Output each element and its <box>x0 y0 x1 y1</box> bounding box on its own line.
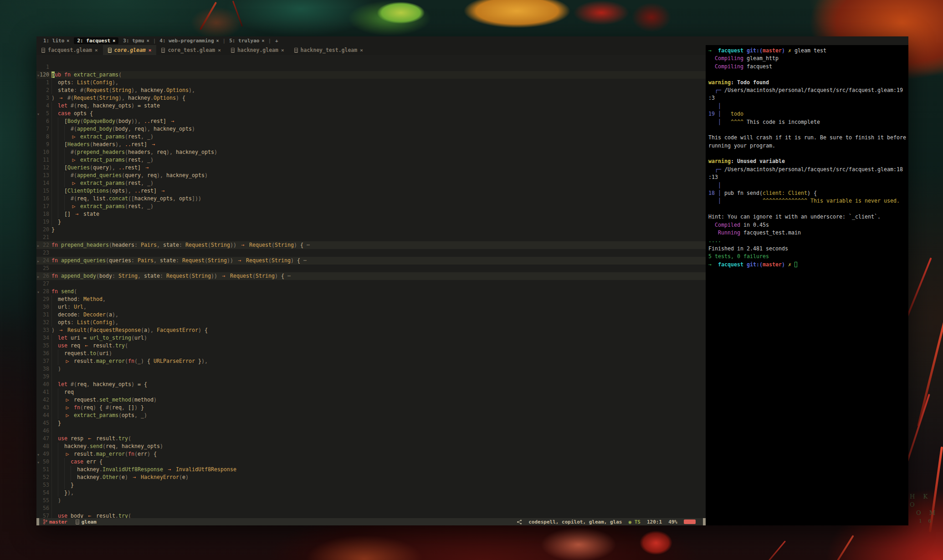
close-icon[interactable]: × <box>216 38 219 43</box>
code-line: 35 use req ← result.try( <box>36 342 706 350</box>
code-line: 47 use resp ← result.try( <box>36 435 706 443</box>
line-number: 40 <box>36 381 49 388</box>
terminal-row: warning: Unused variable <box>708 158 908 165</box>
wallpaper-streak <box>764 540 786 560</box>
terminal-pane[interactable]: → facquest git:(master) ✗ gleam test Com… <box>706 45 908 525</box>
indent-guide <box>71 473 71 481</box>
buffer-tab-core-test-gleam[interactable]: core_test.gleam× <box>156 45 226 55</box>
terminal-row: Compiling gleam_http <box>708 55 908 62</box>
buffer-tab-facquest-gleam[interactable]: facquest.gleam× <box>36 45 103 55</box>
tmux-window-5-trulyao[interactable]: 5: trulyao× <box>226 38 267 44</box>
indent-guide <box>64 172 65 179</box>
line-number: 17 <box>36 203 49 210</box>
indent-guide <box>58 117 58 125</box>
line-number: 2 <box>36 87 49 94</box>
close-icon[interactable]: × <box>360 47 363 53</box>
statusbar-indicator <box>684 519 696 524</box>
indent-guide <box>51 412 52 419</box>
buffer-label: hackney_test.gleam <box>301 47 358 53</box>
wallpaper-streak <box>200 2 217 31</box>
indent-guide <box>51 117 52 125</box>
buffer-label: core_test.gleam <box>168 47 215 53</box>
code-line: 33) → Result(FacquestResponse(a), Facque… <box>36 326 706 334</box>
line-number: 11 <box>36 156 49 164</box>
line-number: 3 <box>36 94 49 102</box>
terminal-row: Compiling facquest <box>708 63 908 71</box>
filetype-label: gleam <box>82 519 97 525</box>
statusbar: master gleam codespell, copilot, gleam, … <box>36 518 706 525</box>
indent-guide <box>51 427 52 435</box>
terminal-row: warning: Todo found <box>708 79 908 87</box>
line-number: 51 <box>36 466 49 473</box>
close-icon[interactable]: × <box>147 38 149 43</box>
buffer-tab-hackney-gleam[interactable]: hackney.gleam× <box>226 45 289 55</box>
buffer-tab-core-gleam[interactable]: core.gleam× <box>103 45 157 55</box>
indent-guide <box>58 412 58 419</box>
indent-guide <box>51 466 52 473</box>
file-icon <box>108 48 112 53</box>
line-number: 57 <box>36 512 49 518</box>
line-number: 41 <box>36 388 49 396</box>
line-number: 30 <box>36 303 49 311</box>
indent-guide <box>51 497 52 504</box>
indent-guide <box>64 195 65 203</box>
tmux-window-label: 1: lito <box>43 38 64 44</box>
line-number: 12 <box>36 164 49 172</box>
file-icon <box>76 519 79 524</box>
code-line: 52 hackney.Other(e) → HackneyError(e) <box>36 473 706 481</box>
indent-guide <box>51 148 52 156</box>
wallpaper-text: H K O O M 1 6 <box>910 493 943 525</box>
indent-guide <box>58 357 58 365</box>
line-number: 16 <box>36 195 49 203</box>
code-line: 14 ▷ extract_params(rest, _) <box>36 179 706 187</box>
line-number: 31 <box>36 311 49 319</box>
tmux-new-window-button[interactable]: + <box>272 38 282 44</box>
line-number: 55 <box>36 497 49 504</box>
code-line: 48 hackney.send(req, hackney_opts) <box>36 443 706 450</box>
line-number: 54 <box>36 489 49 497</box>
indent-guide <box>58 195 58 203</box>
indent-guide <box>64 156 65 164</box>
terminal-row <box>708 150 908 158</box>
tmux-window-label: 5: trulyao <box>229 38 259 44</box>
line-number: 35 <box>36 342 49 350</box>
close-icon[interactable]: × <box>95 47 98 53</box>
code-line: 11 ▷ extract_params(rest, _) <box>36 156 706 164</box>
indent-guide <box>51 373 52 381</box>
close-icon[interactable]: × <box>261 38 264 43</box>
line-number: 1 <box>36 79 49 87</box>
tmux-window-4-web-programming[interactable]: 4: web-programming× <box>156 38 222 44</box>
code-line: 18 [] → state <box>36 210 706 218</box>
indent-guide <box>58 450 58 458</box>
tmux-window-3-tpmu[interactable]: 3: tpmu× <box>120 38 152 44</box>
code-line: 25 <box>36 265 706 272</box>
code-editor[interactable]: 1▾120pub fn extract_params(1 opts: List(… <box>36 55 706 518</box>
buffer-tab-hackney-test-gleam[interactable]: hackney_test.gleam× <box>289 45 368 55</box>
tmux-window-1-lito[interactable]: 1: lito× <box>40 38 72 44</box>
indent-guide <box>51 342 52 350</box>
indent-guide <box>58 133 58 141</box>
terminal-row <box>708 71 908 78</box>
code-line: 19 } <box>36 218 706 226</box>
indent-guide <box>51 365 52 373</box>
indent-guide <box>51 110 52 117</box>
indent-guide <box>51 396 52 404</box>
terminal-row: 19 │ todo <box>708 110 908 118</box>
buffer-label: facquest.gleam <box>48 47 92 53</box>
close-icon[interactable]: × <box>281 47 284 53</box>
close-icon[interactable]: × <box>67 38 69 43</box>
tmux-window-2-facquest[interactable]: 2: facquest× <box>74 37 118 44</box>
indent-guide <box>58 396 58 404</box>
terminal-row <box>708 126 908 134</box>
close-icon[interactable]: × <box>149 47 152 53</box>
close-icon[interactable]: × <box>113 38 115 43</box>
close-icon[interactable]: × <box>218 47 221 53</box>
editor-pane: facquest.gleam×core.gleam×core_test.glea… <box>36 45 706 525</box>
code-line: 45 } <box>36 419 706 427</box>
code-line: 46 <box>36 427 706 435</box>
buffer-label: core.gleam <box>114 47 146 53</box>
code-line: 7 #(append_body(body, req), hackney_opts… <box>36 125 706 133</box>
indent-guide <box>51 512 52 518</box>
terminal-row: :13 <box>708 173 908 181</box>
line-number: 23 <box>36 249 49 257</box>
